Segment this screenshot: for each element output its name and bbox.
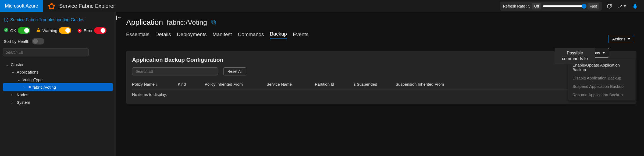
refresh-rate-control[interactable]: Refresh Rate : 5 Off Fast bbox=[500, 2, 602, 11]
troubleshooting-guides-label: Service Fabric Troubleshooting Guides bbox=[10, 18, 84, 22]
error-icon bbox=[77, 28, 82, 33]
refresh-fast-button[interactable]: Fast bbox=[588, 3, 599, 9]
table-header: Policy Name ↓ Kind Policy Inherited From… bbox=[132, 82, 631, 86]
filter-error-toggle[interactable]: Error bbox=[77, 27, 106, 34]
refresh-off-button[interactable]: Off bbox=[532, 3, 541, 9]
app-brand: Service Fabric Explorer bbox=[43, 2, 115, 10]
chevron-down-icon: ⌄ bbox=[17, 77, 21, 82]
chevron-down-icon bbox=[602, 52, 605, 54]
warning-icon bbox=[36, 27, 41, 33]
tab-commands[interactable]: Commands bbox=[238, 32, 264, 39]
actions-menu-button[interactable]: Actions bbox=[608, 35, 634, 43]
backup-actions-tooltip: Possible commands to bbox=[555, 48, 595, 64]
tab-manifest[interactable]: Manifest bbox=[213, 32, 232, 39]
tree-node-system[interactable]: › System bbox=[3, 98, 113, 106]
ok-label: OK bbox=[10, 28, 16, 33]
info-icon bbox=[4, 18, 9, 22]
col-service-name[interactable]: Service Name bbox=[266, 82, 315, 86]
troubleshooting-guides-link[interactable]: Service Fabric Troubleshooting Guides bbox=[3, 16, 113, 26]
ok-icon bbox=[4, 27, 9, 33]
tab-bar: Essentials Details Deployments Manifest … bbox=[126, 31, 636, 39]
warning-label: Warning bbox=[42, 28, 57, 33]
sort-desc-icon: ↓ bbox=[156, 82, 158, 86]
backup-actions-menu: Enable/Update Application Backup Disable… bbox=[568, 59, 635, 100]
application-icon: ✖ bbox=[29, 85, 31, 89]
svg-point-5 bbox=[634, 5, 637, 9]
panel-search-input[interactable] bbox=[132, 67, 218, 75]
chevron-right-icon: › bbox=[23, 85, 27, 89]
refresh-now-icon[interactable] bbox=[607, 4, 612, 9]
col-suspension-inherited[interactable]: Suspension Inherited From bbox=[396, 82, 455, 86]
azure-brand[interactable]: Microsoft Azure bbox=[0, 0, 43, 12]
chevron-down-icon bbox=[628, 38, 630, 40]
tree-node-applications[interactable]: ⌄ Applications bbox=[3, 68, 113, 76]
copy-icon[interactable] bbox=[211, 19, 217, 26]
tab-events[interactable]: Events bbox=[293, 32, 308, 39]
page-title-kind: Application bbox=[126, 18, 163, 27]
refresh-rate-label: Refresh Rate : 5 bbox=[503, 4, 530, 8]
error-label: Error bbox=[84, 28, 92, 33]
chevron-right-icon: › bbox=[11, 92, 15, 97]
menu-resume-backup[interactable]: Resume Application Backup bbox=[568, 91, 635, 99]
sidebar: Service Fabric Troubleshooting Guides OK… bbox=[0, 12, 116, 156]
sort-by-health-label: Sort by Health bbox=[4, 39, 29, 44]
tab-backup[interactable]: Backup bbox=[270, 31, 287, 39]
col-policy-name[interactable]: Policy Name ↓ bbox=[132, 82, 178, 86]
chevron-down-icon: ⌄ bbox=[5, 62, 9, 67]
svg-rect-10 bbox=[213, 21, 216, 24]
chevron-right-icon: › bbox=[11, 100, 15, 105]
col-policy-inherited[interactable]: Policy Inherited From bbox=[205, 82, 266, 86]
debug-icon[interactable] bbox=[632, 3, 638, 9]
tree-node-fabric-voting[interactable]: › ✖ fabric:/Voting bbox=[3, 83, 113, 91]
cluster-tree: ⌄ Cluster ⌄ Applications ⌄ VotingType › … bbox=[3, 61, 113, 106]
chevron-down-icon: ⌄ bbox=[11, 70, 15, 74]
svg-point-6 bbox=[634, 4, 636, 5]
service-fabric-logo-icon bbox=[48, 2, 55, 10]
table-empty-message: No items to display. bbox=[132, 89, 631, 97]
app-name: Service Fabric Explorer bbox=[59, 3, 115, 9]
collapse-sidebar-icon[interactable]: |← bbox=[116, 15, 122, 20]
tab-essentials[interactable]: Essentials bbox=[126, 32, 150, 39]
tree-node-cluster[interactable]: ⌄ Cluster bbox=[3, 61, 113, 68]
tree-node-votingtype[interactable]: ⌄ VotingType bbox=[3, 76, 113, 83]
menu-disable-backup[interactable]: Disable Application Backup bbox=[568, 74, 635, 82]
filter-ok-toggle[interactable]: OK bbox=[4, 27, 30, 34]
sort-by-health-toggle[interactable] bbox=[32, 38, 44, 44]
main-content: |← Application fabric:/Voting Essentials… bbox=[116, 12, 644, 156]
col-partition-id[interactable]: Partition Id bbox=[315, 82, 353, 86]
tab-deployments[interactable]: Deployments bbox=[177, 32, 207, 39]
tools-menu-icon[interactable] bbox=[618, 4, 626, 9]
reset-all-button[interactable]: Reset All bbox=[223, 67, 246, 75]
tree-node-nodes[interactable]: › Nodes bbox=[3, 91, 113, 98]
slider-thumb[interactable] bbox=[582, 4, 586, 9]
col-kind[interactable]: Kind bbox=[178, 82, 205, 86]
svg-rect-11 bbox=[212, 20, 215, 23]
page-title-name: fabric:/Voting bbox=[167, 18, 207, 27]
col-is-suspended[interactable]: Is Suspended bbox=[353, 82, 396, 86]
refresh-rate-slider[interactable] bbox=[543, 5, 586, 7]
sidebar-search-input[interactable] bbox=[3, 48, 89, 56]
menu-suspend-backup[interactable]: Suspend Application Backup bbox=[568, 82, 635, 91]
filter-warning-toggle[interactable]: Warning bbox=[36, 27, 71, 34]
tab-details[interactable]: Details bbox=[155, 32, 171, 39]
